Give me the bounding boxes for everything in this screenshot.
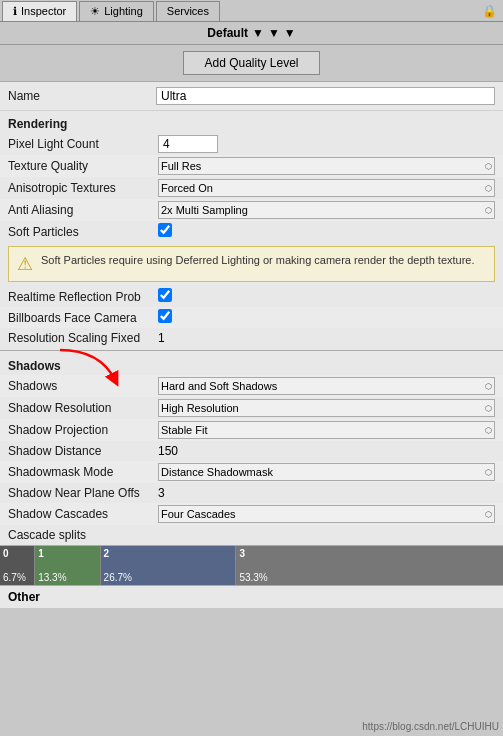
header-title-row: Default ▼ ▼ ▼ [6, 26, 497, 40]
anti-aliasing-arrow: ⬡ [485, 206, 492, 215]
shadowmask-select[interactable]: Distance Shadowmask ⬡ [158, 463, 495, 481]
add-quality-container: Add Quality Level [0, 45, 503, 82]
shadows-arrow: ⬡ [485, 382, 492, 391]
footer-watermark: https://blog.csdn.net/LCHUIHU [362, 721, 499, 732]
shadow-cascades-value: Four Cascades ⬡ [158, 505, 495, 523]
soft-particles-label: Soft Particles [8, 225, 158, 239]
billboards-value [158, 309, 495, 326]
resolution-scaling-text: 1 [158, 331, 165, 345]
shadow-cascades-arrow: ⬡ [485, 510, 492, 519]
cascade-segment-0: 0 6.7% [0, 546, 35, 585]
shadow-resolution-text: High Resolution [161, 402, 239, 414]
dropdown-arrow-extra[interactable]: ▼ [284, 26, 296, 40]
shadow-projection-value: Stable Fit ⬡ [158, 421, 495, 439]
tab-lighting[interactable]: ☀ Lighting [79, 1, 154, 21]
anti-aliasing-label: Anti Aliasing [8, 203, 158, 217]
dropdown-arrow-up[interactable]: ▼ [268, 26, 280, 40]
warning-text: Soft Particles require using Deferred Li… [41, 253, 475, 268]
shadow-cascades-row: Shadow Cascades Four Cascades ⬡ [0, 503, 503, 525]
shadow-projection-row: Shadow Projection Stable Fit ⬡ [0, 419, 503, 441]
texture-quality-text: Full Res [161, 160, 201, 172]
anisotropic-value: Forced On ⬡ [158, 179, 495, 197]
anti-aliasing-value: 2x Multi Sampling ⬡ [158, 201, 495, 219]
cascade-3-pct: 53.3% [239, 572, 500, 583]
top-tab-bar: ℹ Inspector ☀ Lighting Services 🔒 [0, 0, 503, 22]
shadow-cascades-label: Shadow Cascades [8, 507, 158, 521]
shadow-near-plane-value: 3 [158, 486, 495, 500]
billboards-checkbox[interactable] [158, 309, 172, 323]
shadow-resolution-value: High Resolution ⬡ [158, 399, 495, 417]
texture-quality-arrow: ⬡ [485, 162, 492, 171]
shadow-projection-text: Stable Fit [161, 424, 207, 436]
cascade-1-pct: 13.3% [38, 572, 96, 583]
shadow-resolution-select[interactable]: High Resolution ⬡ [158, 399, 495, 417]
cascade-0-pct: 6.7% [3, 572, 31, 583]
warning-box: ⚠ Soft Particles require using Deferred … [8, 246, 495, 282]
pixel-light-count-value [158, 135, 495, 153]
anisotropic-arrow: ⬡ [485, 184, 492, 193]
tab-services[interactable]: Services [156, 1, 220, 21]
shadowmask-text: Distance Shadowmask [161, 466, 273, 478]
shadow-cascades-text: Four Cascades [161, 508, 236, 520]
shadow-projection-select[interactable]: Stable Fit ⬡ [158, 421, 495, 439]
resolution-scaling-value: 1 [158, 331, 495, 345]
shadow-distance-text: 150 [158, 444, 178, 458]
pixel-light-count-input[interactable] [158, 135, 218, 153]
anisotropic-row: Anisotropic Textures Forced On ⬡ [0, 177, 503, 199]
cascade-2-num: 2 [104, 548, 233, 559]
cascade-3-num: 3 [239, 548, 500, 559]
shadowmask-value: Distance Shadowmask ⬡ [158, 463, 495, 481]
pixel-light-count-row: Pixel Light Count [0, 133, 503, 155]
name-label: Name [8, 89, 148, 103]
cascade-segment-3: 3 53.3% [236, 546, 503, 585]
shadows-text: Hard and Soft Shadows [161, 380, 277, 392]
shadow-distance-label: Shadow Distance [8, 444, 158, 458]
cascade-splits-bar: 0 6.7% 1 13.3% 2 26.7% 3 53.3% [0, 545, 503, 585]
name-input[interactable] [156, 87, 495, 105]
realtime-reflection-row: Realtime Reflection Prob [0, 286, 503, 307]
shadows-divider [0, 350, 503, 351]
inspector-icon: ℹ [13, 5, 17, 18]
anti-aliasing-row: Anti Aliasing 2x Multi Sampling ⬡ [0, 199, 503, 221]
resolution-scaling-row: Resolution Scaling Fixed 1 [0, 328, 503, 348]
header: Default ▼ ▼ ▼ [0, 22, 503, 45]
tab-services-label: Services [167, 5, 209, 17]
anisotropic-label: Anisotropic Textures [8, 181, 158, 195]
warning-icon: ⚠ [17, 253, 33, 275]
shadows-value: Hard and Soft Shadows ⬡ [158, 377, 495, 395]
cascade-2-pct: 26.7% [104, 572, 233, 583]
shadow-projection-label: Shadow Projection [8, 423, 158, 437]
texture-quality-label: Texture Quality [8, 159, 158, 173]
shadowmask-label: Shadowmask Mode [8, 465, 158, 479]
add-quality-button[interactable]: Add Quality Level [183, 51, 319, 75]
shadowmask-arrow: ⬡ [485, 468, 492, 477]
cascade-segment-1: 1 13.3% [35, 546, 100, 585]
tab-inspector[interactable]: ℹ Inspector [2, 1, 77, 21]
rendering-section-header: Rendering [0, 111, 503, 133]
realtime-reflection-checkbox[interactable] [158, 288, 172, 302]
soft-particles-checkbox[interactable] [158, 223, 172, 237]
anisotropic-select[interactable]: Forced On ⬡ [158, 179, 495, 197]
realtime-reflection-value [158, 288, 495, 305]
cascade-segment-2: 2 26.7% [101, 546, 237, 585]
soft-particles-value [158, 223, 495, 240]
anti-aliasing-text: 2x Multi Sampling [161, 204, 248, 216]
shadow-distance-row: Shadow Distance 150 [0, 441, 503, 461]
soft-particles-row: Soft Particles [0, 221, 503, 242]
texture-quality-value: Full Res ⬡ [158, 157, 495, 175]
shadow-cascades-select[interactable]: Four Cascades ⬡ [158, 505, 495, 523]
name-value [156, 87, 495, 105]
shadows-label: Shadows [8, 379, 158, 393]
texture-quality-select[interactable]: Full Res ⬡ [158, 157, 495, 175]
dropdown-arrow-down[interactable]: ▼ [252, 26, 264, 40]
anisotropic-text: Forced On [161, 182, 213, 194]
shadows-select[interactable]: Hard and Soft Shadows ⬡ [158, 377, 495, 395]
shadow-near-plane-label: Shadow Near Plane Offs [8, 486, 158, 500]
billboards-row: Billboards Face Camera [0, 307, 503, 328]
other-section: Other [0, 585, 503, 608]
pixel-light-count-label: Pixel Light Count [8, 137, 158, 151]
anti-aliasing-select[interactable]: 2x Multi Sampling ⬡ [158, 201, 495, 219]
shadowmask-row: Shadowmask Mode Distance Shadowmask ⬡ [0, 461, 503, 483]
cascade-splits-label: Cascade splits [8, 528, 158, 542]
shadows-section-header: Shadows [0, 353, 503, 375]
